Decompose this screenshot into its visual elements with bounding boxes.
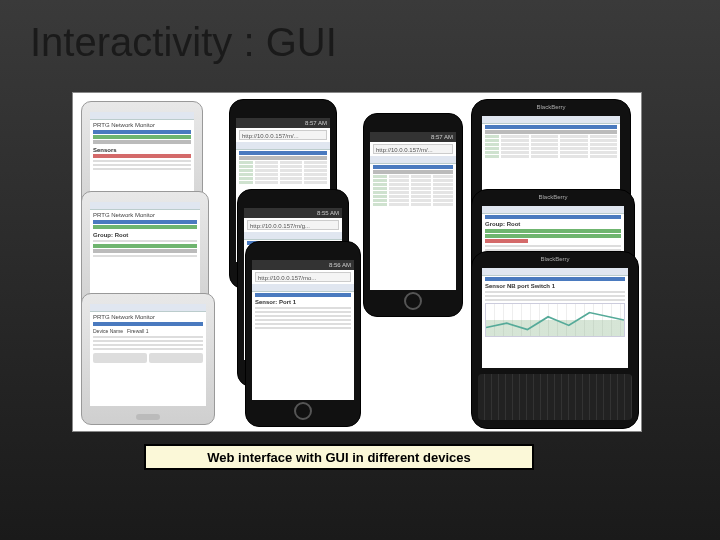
url-bar: http://10.0.0.157/m/...	[373, 144, 453, 154]
device-iphone-3: 8:56 AM http://10.0.0.157/mo... Sensor: …	[245, 241, 361, 427]
slide-title: Interactivity : GUI	[30, 20, 337, 65]
bb-brand: BlackBerry	[472, 256, 638, 262]
device-name-key: Device Name	[93, 328, 123, 334]
group-root-label: Group: Root	[485, 221, 621, 227]
device-winmobile-3: PRTG Network Monitor Device Name Firewal…	[81, 293, 215, 425]
prtg-label: PRTG Network Monitor	[93, 212, 197, 218]
url-bar: http://10.0.0.157/m/...	[239, 130, 327, 140]
device-collage: PRTG Network Monitor Sensors PRTG Networ…	[72, 92, 642, 432]
prtg-label: PRTG Network Monitor	[93, 122, 191, 128]
device-blackberry-3: BlackBerry Sensor NB port Switch 1	[471, 251, 639, 429]
sensor-nb-port-label: Sensor NB port Switch 1	[485, 283, 625, 289]
sensor-port-label: Sensor: Port 1	[255, 299, 351, 305]
device-iphone-tall: 8:57 AM http://10.0.0.157/m/...	[363, 113, 463, 317]
status-time: 8:55 AM	[244, 208, 342, 218]
caption: Web interface with GUI in different devi…	[144, 444, 534, 470]
group-root-label: Group: Root	[93, 232, 197, 238]
bb-brand: BlackBerry	[472, 104, 630, 110]
prtg-label: PRTG Network Monitor	[93, 314, 203, 320]
status-time: 8:57 AM	[236, 118, 330, 128]
sensors-label: Sensors	[93, 147, 191, 153]
bb-brand: BlackBerry	[472, 194, 634, 200]
status-time: 8:56 AM	[252, 260, 354, 270]
keyboard	[478, 374, 632, 420]
status-time: 8:57 AM	[370, 132, 456, 142]
caption-text: Web interface with GUI in different devi…	[207, 450, 470, 465]
url-bar: http://10.0.0.157/m/g...	[247, 220, 339, 230]
url-bar: http://10.0.0.157/mo...	[255, 272, 351, 282]
device-name-val: Firewall 1	[127, 328, 148, 334]
